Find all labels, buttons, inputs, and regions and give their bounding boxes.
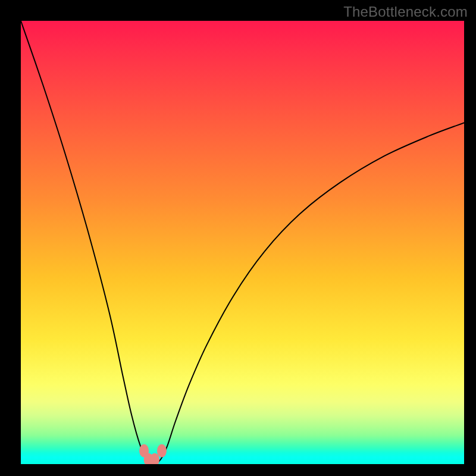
- chart-frame: TheBottleneck.com: [0, 0, 476, 476]
- min-markers: [139, 444, 167, 464]
- watermark-text: TheBottleneck.com: [343, 4, 468, 20]
- bottleneck-curve: [21, 21, 464, 464]
- curve-layer: [21, 21, 464, 464]
- min-marker-right: [157, 444, 167, 458]
- plot-area: [21, 21, 464, 464]
